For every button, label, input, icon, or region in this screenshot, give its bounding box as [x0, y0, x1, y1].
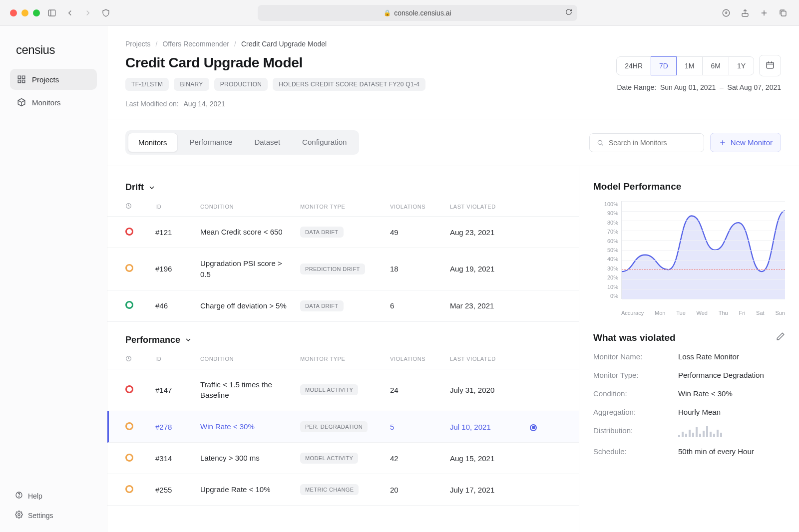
svg-rect-14: [767, 62, 774, 68]
kv-monitor-type-v: Performance Degradation: [678, 371, 785, 379]
window-controls[interactable]: [10, 9, 40, 16]
settings-link[interactable]: Settings: [11, 508, 96, 523]
table-row[interactable]: #196Upgradation PSI score > 0.5PREDICTIO…: [107, 248, 579, 290]
fullscreen-window-icon[interactable]: [33, 9, 40, 16]
new-monitor-button[interactable]: New Monitor: [710, 133, 781, 152]
search-input[interactable]: [589, 133, 704, 152]
kv-distribution-k: Distribution:: [593, 426, 678, 437]
range-pill-1m[interactable]: 1M: [676, 56, 703, 75]
row-id: #314: [155, 454, 200, 463]
row-violations: 20: [390, 486, 450, 494]
sidebar-item-projects[interactable]: Projects: [10, 69, 97, 90]
row-last-violated: July 17, 2021: [450, 486, 530, 494]
row-last-violated: July 31, 2020: [450, 386, 530, 394]
browser-chrome: 🔒 console.censius.ai: [0, 0, 799, 26]
sidebar-item-monitors[interactable]: Monitors: [10, 92, 97, 113]
status-ring-icon: [125, 228, 133, 236]
model-tag: PRODUCTION: [214, 78, 268, 91]
edit-icon[interactable]: [776, 332, 785, 343]
selected-radio-icon[interactable]: [530, 424, 537, 431]
col-id: ID: [155, 204, 200, 210]
row-violations: 5: [390, 423, 450, 431]
tabs: MonitorsPerformanceDatasetConfiguration: [125, 130, 359, 155]
svg-point-13: [18, 514, 20, 516]
range-pill-24hr[interactable]: 24HR: [616, 56, 651, 75]
tab-performance[interactable]: Performance: [180, 133, 243, 152]
range-pill-7d[interactable]: 7D: [651, 56, 677, 75]
date-range-to: Sat Aug 07, 2021: [728, 83, 781, 91]
model-performance-chart: 100%90%80%70%60%50%40%30%20%10%0% Accura…: [596, 201, 785, 316]
col-status: [125, 203, 155, 210]
date-range-label: Date Range:: [617, 83, 656, 91]
reload-icon[interactable]: [565, 8, 572, 17]
share-icon[interactable]: [739, 7, 751, 19]
range-pill-1y[interactable]: 1Y: [729, 56, 754, 75]
breadcrumb-project[interactable]: Offers Recommender: [162, 40, 229, 48]
model-tag: TF-1/LSTM: [125, 78, 169, 91]
sidebar-item-label: Monitors: [32, 98, 61, 107]
clock-icon: [125, 203, 132, 209]
row-condition: Upgrade Rate < 10%: [200, 484, 300, 495]
table-row[interactable]: #255Upgrade Rate < 10%METRIC CHANGE20Jul…: [107, 474, 579, 506]
settings-label: Settings: [28, 512, 53, 520]
table-row[interactable]: #121Mean Credit score < 650DATA DRIFT49A…: [107, 217, 579, 248]
last-modified-value: Aug 14, 2021: [184, 100, 225, 108]
row-last-violated: Mar 23, 2021: [450, 301, 530, 310]
download-icon[interactable]: [720, 7, 732, 19]
svg-rect-9: [18, 80, 20, 83]
row-type-badge: MODEL ACTIVITY: [300, 384, 358, 395]
row-type-badge: DATA DRIFT: [300, 300, 344, 311]
section-title-performance[interactable]: Performance: [107, 332, 579, 352]
tab-monitors[interactable]: Monitors: [128, 133, 178, 152]
tab-configuration[interactable]: Configuration: [292, 133, 357, 152]
search-field[interactable]: [609, 139, 697, 147]
row-id: #196: [155, 265, 200, 273]
col-status: [125, 355, 155, 363]
status-ring-icon: [125, 264, 133, 272]
table-row[interactable]: #314Latency > 300 msMODEL ACTIVITY42Aug …: [107, 443, 579, 474]
minimize-window-icon[interactable]: [21, 9, 28, 16]
close-window-icon[interactable]: [10, 9, 17, 16]
col-type: MONITOR TYPE: [300, 356, 390, 362]
svg-line-19: [602, 144, 603, 145]
row-id: #255: [155, 486, 200, 494]
help-link[interactable]: Help: [11, 488, 96, 504]
calendar-button[interactable]: [759, 55, 781, 76]
row-last-violated: Aug 23, 2021: [450, 228, 530, 237]
status-ring-icon: [125, 301, 133, 309]
url-text: console.censius.ai: [394, 9, 451, 17]
search-icon: [597, 139, 604, 147]
svg-rect-10: [22, 80, 25, 83]
kv-monitor-name-k: Monitor Name:: [593, 352, 678, 361]
row-id: #121: [155, 228, 200, 237]
date-range-from: Sun Aug 01, 2021: [660, 83, 716, 91]
breadcrumb-root[interactable]: Projects: [125, 40, 151, 48]
row-type-badge: DATA DRIFT: [300, 227, 344, 238]
url-bar[interactable]: 🔒 console.censius.ai: [258, 5, 577, 21]
table-row[interactable]: #46Charge off deviation > 5%DATA DRIFT6M…: [107, 290, 579, 322]
row-id: #278: [155, 423, 200, 431]
shield-icon[interactable]: [100, 7, 112, 19]
row-condition: Traffic < 1.5 times the Baseline: [200, 379, 300, 401]
table-row[interactable]: #147Traffic < 1.5 times the BaselineMODE…: [107, 369, 579, 412]
forward-icon[interactable]: [82, 7, 94, 19]
kv-condition-v: Win Rate < 30%: [678, 389, 785, 398]
status-ring-icon: [125, 422, 133, 430]
row-last-violated: Aug 19, 2021: [450, 265, 530, 273]
kv-schedule-v: 50th min of every Hour: [678, 447, 785, 456]
back-icon[interactable]: [64, 7, 76, 19]
range-pill-6m[interactable]: 6M: [702, 56, 729, 75]
section-title-drift[interactable]: Drift: [107, 179, 579, 200]
sidebar-toggle-icon[interactable]: [46, 7, 58, 19]
help-label: Help: [28, 492, 42, 500]
chevron-down-icon: [184, 336, 192, 344]
col-violations: VIOLATIONS: [390, 204, 450, 210]
tabs-icon[interactable]: [777, 7, 789, 19]
tab-dataset[interactable]: Dataset: [244, 133, 290, 152]
new-tab-icon[interactable]: [758, 7, 770, 19]
table-row[interactable]: #278Win Rate < 30%PER. DEGRADATION5Jul 1…: [107, 411, 579, 443]
col-violations: VIOLATIONS: [390, 356, 450, 362]
col-last: LAST VIOLATED: [450, 204, 530, 210]
row-violations: 49: [390, 228, 450, 237]
drift-section: Drift ID CONDITION MONITOR TYPE VIOLATIO…: [107, 179, 579, 322]
